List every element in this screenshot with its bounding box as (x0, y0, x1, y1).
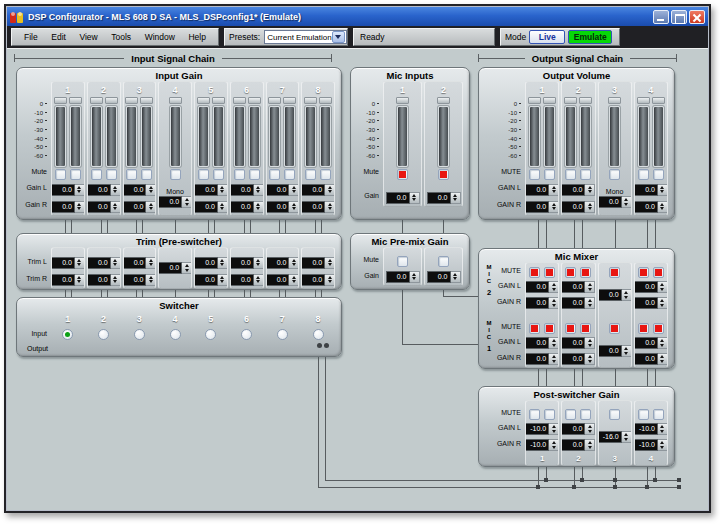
spinner-arrows-icon[interactable] (585, 439, 595, 451)
trim-spinner[interactable]: 0.0 (158, 262, 192, 274)
mute-r-checkbox-on[interactable] (653, 267, 664, 278)
spinner-arrows-icon[interactable] (585, 423, 595, 435)
gain-r-spinner[interactable]: 0.0 (634, 297, 668, 309)
mute-r-checkbox-on[interactable] (544, 323, 555, 334)
spinner-arrows-icon[interactable] (254, 274, 264, 286)
gain-r-spinner[interactable]: 0.0 (266, 201, 300, 213)
gain-r-spinner[interactable]: 0.0 (194, 201, 228, 213)
gain-spinner[interactable]: 0.0 (158, 196, 192, 208)
spinner-arrows-icon[interactable] (658, 337, 668, 349)
fader-l[interactable] (126, 97, 137, 167)
gain-r-spinner[interactable]: 0.0 (525, 297, 559, 309)
fader[interactable] (438, 97, 449, 167)
mute-r-checkbox[interactable] (284, 169, 295, 180)
gain-spinner[interactable]: 0.0 (598, 345, 632, 357)
mute-l-checkbox[interactable] (638, 409, 649, 420)
trim-l-spinner[interactable]: 0.0 (230, 257, 264, 269)
spinner-arrows-icon[interactable] (622, 431, 632, 443)
mute-l-checkbox[interactable] (55, 169, 66, 180)
gain-spinner[interactable]: 0.0 (386, 192, 420, 204)
spinner-arrows-icon[interactable] (585, 337, 595, 349)
mute-l-checkbox[interactable] (565, 169, 576, 180)
gain-spinner[interactable]: 0.0 (598, 289, 632, 301)
menu-view[interactable]: View (79, 32, 97, 42)
spinner-arrows-icon[interactable] (325, 201, 335, 213)
fader-l[interactable] (565, 97, 576, 167)
gain-r-spinner[interactable]: 0.0 (561, 297, 595, 309)
mute-l-checkbox[interactable] (198, 169, 209, 180)
spinner-arrows-icon[interactable] (254, 201, 264, 213)
dropdown-arrow-icon[interactable] (332, 31, 345, 43)
gain-spinner[interactable]: 0.0 (427, 271, 461, 283)
spinner-arrows-icon[interactable] (218, 184, 228, 196)
fader-l[interactable] (55, 97, 66, 167)
gain-l-spinner[interactable]: 0.0 (87, 184, 121, 196)
spinner-arrows-icon[interactable] (585, 281, 595, 293)
spinner-arrows-icon[interactable] (658, 184, 668, 196)
gain-l-spinner[interactable]: 0.0 (561, 281, 595, 293)
spinner-arrows-icon[interactable] (410, 192, 420, 204)
mute-checkbox-on[interactable] (609, 323, 620, 334)
spinner-arrows-icon[interactable] (146, 274, 156, 286)
spinner-arrows-icon[interactable] (146, 201, 156, 213)
spinner-arrows-icon[interactable] (658, 423, 668, 435)
spinner-arrows-icon[interactable] (182, 196, 192, 208)
gain-l-spinner[interactable]: 0.0 (525, 337, 559, 349)
mute-checkbox[interactable] (397, 256, 408, 267)
input-radio[interactable] (98, 329, 109, 340)
spinner-arrows-icon[interactable] (410, 271, 420, 283)
mute-l-checkbox[interactable] (529, 409, 540, 420)
spinner-arrows-icon[interactable] (658, 353, 668, 365)
mute-r-checkbox[interactable] (653, 169, 664, 180)
mute-checkbox-on[interactable] (609, 267, 620, 278)
mute-l-checkbox[interactable] (269, 169, 280, 180)
spinner-arrows-icon[interactable] (111, 257, 121, 269)
spinner-arrows-icon[interactable] (218, 201, 228, 213)
mute-r-checkbox[interactable] (544, 409, 555, 420)
spinner-arrows-icon[interactable] (549, 281, 559, 293)
mute-l-checkbox-on[interactable] (638, 267, 649, 278)
menu-edit[interactable]: Edit (51, 32, 66, 42)
trim-r-spinner[interactable]: 0.0 (230, 274, 264, 286)
menu-window[interactable]: Window (145, 32, 175, 42)
spinner-arrows-icon[interactable] (622, 196, 632, 208)
gain-spinner[interactable]: 0.0 (598, 196, 632, 208)
mute-r-checkbox[interactable] (320, 169, 331, 180)
fader-l[interactable] (269, 97, 280, 167)
fader-r[interactable] (106, 97, 117, 167)
gain-spinner[interactable]: 0.0 (386, 271, 420, 283)
gain-r-spinner[interactable]: -10.0 (634, 439, 668, 451)
fader-l[interactable] (198, 97, 209, 167)
gain-l-spinner[interactable]: 0.0 (634, 337, 668, 349)
mute-l-checkbox-on[interactable] (565, 323, 576, 334)
gain-r-spinner[interactable]: 0.0 (123, 201, 157, 213)
trim-l-spinner[interactable]: 0.0 (301, 257, 335, 269)
mute-r-checkbox-on[interactable] (653, 323, 664, 334)
input-radio[interactable] (277, 329, 288, 340)
mute-l-checkbox-on[interactable] (638, 323, 649, 334)
spinner-arrows-icon[interactable] (75, 201, 85, 213)
trim-r-spinner[interactable]: 0.0 (123, 274, 157, 286)
gain-l-spinner[interactable]: 0.0 (561, 184, 595, 196)
gain-r-spinner[interactable]: 0.0 (230, 201, 264, 213)
spinner-arrows-icon[interactable] (622, 289, 632, 301)
fader-l[interactable] (529, 97, 540, 167)
gain-r-spinner[interactable]: 0.0 (525, 201, 559, 213)
spinner-arrows-icon[interactable] (658, 281, 668, 293)
spinner-arrows-icon[interactable] (182, 262, 192, 274)
mute-checkbox[interactable] (609, 409, 620, 420)
spinner-arrows-icon[interactable] (585, 353, 595, 365)
spinner-arrows-icon[interactable] (325, 274, 335, 286)
trim-r-spinner[interactable]: 0.0 (87, 274, 121, 286)
spinner-arrows-icon[interactable] (585, 297, 595, 309)
title-bar[interactable]: DSP Configurator - MLS 608 D SA - MLS_DS… (7, 7, 708, 26)
spinner-arrows-icon[interactable] (658, 201, 668, 213)
trim-r-spinner[interactable]: 0.0 (301, 274, 335, 286)
mute-l-checkbox[interactable] (234, 169, 245, 180)
gain-spinner[interactable]: 0.0 (427, 192, 461, 204)
mute-r-checkbox[interactable] (653, 409, 664, 420)
mute-checkbox[interactable] (609, 169, 620, 180)
input-radio-selected[interactable] (62, 329, 73, 340)
spinner-arrows-icon[interactable] (451, 271, 461, 283)
mute-checkbox-on[interactable] (397, 169, 408, 180)
